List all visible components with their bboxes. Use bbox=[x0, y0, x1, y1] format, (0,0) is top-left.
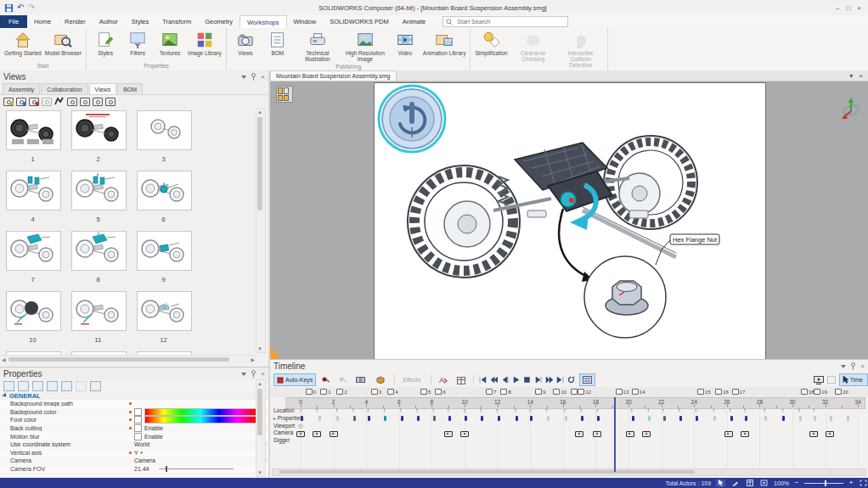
location-key[interactable]: ↑ bbox=[763, 407, 766, 415]
ribbon-button-technical-illustration[interactable]: Technical Illustration bbox=[294, 30, 341, 63]
property-key[interactable] bbox=[530, 416, 533, 422]
undo-icon[interactable]: ↶ bbox=[17, 3, 24, 12]
views-tab-assembly[interactable]: Assembly bbox=[3, 83, 40, 94]
property-key[interactable] bbox=[847, 416, 849, 422]
property-key[interactable] bbox=[713, 416, 716, 422]
camera-marker-strip[interactable]: 01234567891011121314151617181920 bbox=[270, 387, 868, 397]
property-key[interactable] bbox=[597, 416, 600, 422]
switch-arrows-icon[interactable] bbox=[32, 381, 43, 391]
update-view-icon[interactable] bbox=[16, 97, 26, 105]
camera-marker-18[interactable]: 18 bbox=[801, 389, 814, 395]
location-key[interactable]: ↑ bbox=[366, 407, 369, 415]
property-key[interactable] bbox=[648, 416, 651, 422]
ribbon-button-getting-started[interactable]: Getting Started bbox=[3, 30, 43, 57]
fast-forward-icon[interactable] bbox=[544, 375, 555, 385]
location-key[interactable]: ↑ bbox=[432, 407, 436, 415]
select-tool-icon[interactable] bbox=[716, 480, 725, 487]
filmstrip-menu-button[interactable] bbox=[352, 373, 370, 386]
property-key[interactable] bbox=[336, 416, 339, 422]
property-key[interactable] bbox=[679, 416, 682, 422]
camera-marker-10[interactable]: 10 bbox=[553, 389, 566, 395]
orientation-triad-icon[interactable] bbox=[839, 96, 863, 123]
scroll-down-icon[interactable]: ▼ bbox=[256, 345, 263, 352]
property-value-foot-color[interactable] bbox=[134, 416, 268, 423]
location-key[interactable]: ↑ bbox=[812, 407, 815, 415]
camera-marker-5[interactable]: 5 bbox=[420, 389, 431, 395]
scroll-down-icon[interactable]: ▼ bbox=[256, 469, 263, 476]
auto-keys-button[interactable]: Auto-Keys bbox=[273, 373, 316, 386]
view-thumbnail-11[interactable]: 11 bbox=[71, 291, 125, 351]
property-value-background-color[interactable] bbox=[134, 408, 268, 416]
properties-vertical-scrollbar[interactable]: ▲ ▼ bbox=[256, 379, 266, 477]
set-key-button[interactable] bbox=[318, 373, 333, 386]
location-key[interactable]: ↑ bbox=[415, 407, 419, 415]
location-key[interactable]: ↑ bbox=[496, 407, 499, 415]
views-horizontal-scrollbar[interactable]: ◀ ▶ bbox=[0, 355, 256, 363]
fov-slider[interactable] bbox=[159, 468, 234, 469]
camera-marker-14[interactable]: 14 bbox=[632, 389, 645, 395]
view-thumbnail-2[interactable]: 2 bbox=[71, 110, 125, 171]
view-thumbnail-8[interactable]: 8 bbox=[71, 231, 125, 291]
camera-marker-12[interactable]: 12 bbox=[578, 389, 591, 395]
track-viewport[interactable]: Viewport◇ bbox=[270, 423, 868, 430]
property-key[interactable] bbox=[799, 416, 802, 422]
zoom-in-icon[interactable]: + bbox=[848, 480, 854, 486]
property-key[interactable] bbox=[547, 416, 550, 422]
pin-icon[interactable] bbox=[251, 370, 256, 378]
track-camera[interactable]: Camera bbox=[270, 429, 868, 437]
custom-view-4-icon[interactable] bbox=[105, 97, 116, 105]
camera-marker-1[interactable]: 1 bbox=[320, 389, 330, 395]
location-key[interactable]: ↑ bbox=[743, 407, 747, 415]
property-key[interactable] bbox=[481, 416, 483, 422]
selected-nut[interactable] bbox=[561, 192, 576, 207]
ribbon-button-styles[interactable]: Styles bbox=[89, 30, 121, 57]
search-input[interactable] bbox=[455, 18, 565, 25]
camera-marker-6[interactable]: 6 bbox=[435, 389, 445, 395]
close-panel-icon[interactable]: × bbox=[261, 370, 265, 378]
panel-menu-icon[interactable] bbox=[841, 365, 846, 368]
location-key[interactable]: ↑ bbox=[480, 407, 483, 415]
menu-tab-window[interactable]: Window bbox=[287, 15, 324, 28]
location-key[interactable]: ↑ bbox=[383, 407, 386, 415]
screen-record-icon[interactable] bbox=[814, 376, 824, 384]
camera-marker-19[interactable]: 19 bbox=[814, 389, 827, 395]
views-tab-collaboration[interactable]: Collaboration bbox=[41, 83, 87, 94]
ribbon-button-simplification[interactable]: Simplification bbox=[473, 30, 509, 57]
camera-marker-2[interactable]: 2 bbox=[336, 389, 347, 395]
save-icon[interactable] bbox=[4, 3, 14, 13]
views-vertical-scrollbar[interactable]: ▲ ▼ bbox=[256, 108, 266, 353]
ribbon-button-video[interactable]: Video bbox=[389, 30, 421, 57]
pick-property-icon[interactable] bbox=[90, 381, 101, 391]
categorized-icon[interactable] bbox=[3, 381, 14, 391]
property-key[interactable] bbox=[516, 416, 518, 422]
location-key[interactable]: ↑ bbox=[447, 407, 450, 415]
property-key[interactable] bbox=[384, 416, 386, 422]
fit-view-icon[interactable] bbox=[759, 480, 769, 487]
step-forward-icon[interactable] bbox=[533, 375, 544, 385]
location-key[interactable]: ↑ bbox=[662, 407, 665, 415]
track-properties[interactable]: Properties bbox=[270, 415, 868, 423]
location-key[interactable]: ↑ bbox=[528, 407, 532, 415]
property-value-back-culling[interactable]: Enable bbox=[134, 424, 268, 432]
property-key[interactable] bbox=[318, 416, 321, 422]
property-key[interactable] bbox=[764, 416, 767, 422]
camera-marker-7[interactable]: 7 bbox=[486, 389, 496, 395]
location-key[interactable]: ↑ bbox=[630, 407, 634, 415]
location-key[interactable]: ↑ bbox=[352, 407, 355, 415]
library-menu-button[interactable] bbox=[373, 373, 390, 386]
camera-alert-icon[interactable] bbox=[29, 97, 39, 105]
stop-icon[interactable] bbox=[522, 375, 533, 385]
location-key[interactable]: ↑ bbox=[399, 407, 403, 415]
ribbon-button-animation-library[interactable]: Animation Library bbox=[421, 30, 468, 57]
property-key[interactable] bbox=[730, 416, 733, 422]
ribbon-button-high-resolution-image[interactable]: High Resolution Image bbox=[341, 30, 389, 63]
property-value-camera-fov[interactable]: 21.44 bbox=[134, 466, 268, 472]
loop-icon[interactable] bbox=[566, 375, 577, 385]
location-key[interactable]: ↑ bbox=[579, 407, 583, 415]
menu-tab-file[interactable]: File bbox=[0, 15, 27, 28]
view-thumbnail-5[interactable]: 5 bbox=[71, 171, 125, 231]
annotate-tool-icon[interactable] bbox=[730, 480, 740, 487]
timeline-horizontal-scrollbar[interactable] bbox=[272, 468, 866, 476]
ribbon-button-views[interactable]: Views bbox=[229, 30, 262, 57]
color-gradient-bar[interactable] bbox=[144, 408, 256, 416]
